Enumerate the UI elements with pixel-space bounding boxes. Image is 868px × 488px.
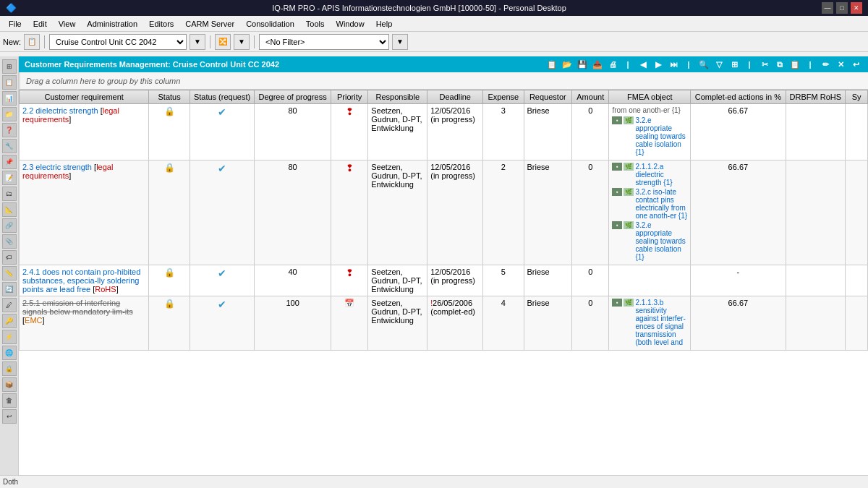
fmea-link[interactable]: 2.1.1.3.b sensitivity against interfer-e… bbox=[635, 299, 687, 346]
sidebar-icon-13[interactable]: 🏷 bbox=[2, 250, 17, 265]
sidebar-icon-16[interactable]: 🖊 bbox=[2, 298, 17, 312]
sidebar-icon-2[interactable]: 📋 bbox=[2, 75, 17, 90]
hdr-undo-icon[interactable]: ↩ bbox=[849, 58, 862, 71]
hdr-forward-icon[interactable]: ▶ bbox=[652, 58, 665, 71]
hdr-open-icon[interactable]: 📂 bbox=[561, 58, 574, 71]
col-header-fmea[interactable]: FMEA object bbox=[609, 90, 691, 104]
hdr-delete-icon[interactable]: ✕ bbox=[834, 58, 847, 71]
minimize-button[interactable]: — bbox=[822, 2, 833, 14]
requestor-cell: Briese bbox=[524, 104, 572, 160]
hdr-copy-icon[interactable]: ⧉ bbox=[773, 58, 786, 71]
responsible-cell: Seetzen, Gudrun, D-PT, Entwicklung bbox=[368, 296, 427, 351]
hdr-new-icon[interactable]: 📋 bbox=[545, 58, 558, 71]
maximize-button[interactable]: □ bbox=[836, 2, 848, 14]
hdr-edit-icon[interactable]: ✏ bbox=[819, 58, 832, 71]
sidebar-icon-3[interactable]: 📊 bbox=[2, 91, 17, 106]
col-header-requestor[interactable]: Requestor bbox=[524, 90, 572, 104]
req-link[interactable]: 2.2 dielectric strength bbox=[22, 106, 98, 115]
close-button[interactable]: ✕ bbox=[851, 2, 862, 14]
sidebar-icon-18[interactable]: ⚡ bbox=[2, 330, 17, 344]
col-header-responsible[interactable]: Responsible bbox=[368, 90, 427, 104]
hdr-nav-icon[interactable]: ⏭ bbox=[667, 58, 680, 71]
req-cell[interactable]: 2.3 electric strength [legal requirement… bbox=[20, 160, 149, 265]
sidebar-icon-11[interactable]: 🔗 bbox=[2, 218, 17, 233]
sidebar-icon-15[interactable]: 🔄 bbox=[2, 282, 17, 296]
priority-cell: ❢ bbox=[331, 104, 368, 160]
sidebar-icon-19[interactable]: 🌐 bbox=[2, 346, 17, 360]
menu-item-carm server[interactable]: CARM Server bbox=[179, 18, 240, 30]
req-tag[interactable]: RoHS bbox=[95, 285, 116, 294]
sidebar-icon-7[interactable]: 📌 bbox=[2, 155, 17, 169]
hdr-paste-icon[interactable]: 📋 bbox=[788, 58, 801, 71]
sidebar-icon-1[interactable]: ⊞ bbox=[2, 59, 17, 74]
completed-cell: 66.67 bbox=[691, 296, 786, 351]
menu-item-tools[interactable]: Tools bbox=[300, 18, 331, 30]
project-dropdown[interactable]: Cruise Control Unit CC 2042 bbox=[49, 34, 187, 50]
menu-item-administration[interactable]: Administration bbox=[81, 18, 143, 30]
col-header-deadline[interactable]: Deadline bbox=[427, 90, 483, 104]
hdr-back-icon[interactable]: ◀ bbox=[637, 58, 650, 71]
col-header-req[interactable]: Customer requirement bbox=[20, 90, 149, 104]
responsible-cell: Seetzen, Gudrun, D-PT, Entwicklung bbox=[368, 104, 427, 160]
col-header-status[interactable]: Status bbox=[149, 90, 190, 104]
sidebar-icon-9[interactable]: 🗂 bbox=[2, 187, 17, 201]
sidebar-icon-12[interactable]: 📎 bbox=[2, 234, 17, 249]
amount-cell: 0 bbox=[572, 104, 609, 160]
sidebar-icon-5[interactable]: ❓ bbox=[2, 123, 17, 137]
fmea-link[interactable]: 2.1.1.2.a dielectric strength {1} bbox=[635, 163, 687, 187]
col-header-priority[interactable]: Priority bbox=[331, 90, 368, 104]
req-cell[interactable]: 2.5.1 emission of interfering signals be… bbox=[20, 296, 149, 351]
menu-item-help[interactable]: Help bbox=[370, 18, 399, 30]
hdr-cut-icon[interactable]: ✂ bbox=[758, 58, 771, 71]
sidebar-icon-21[interactable]: 📦 bbox=[2, 377, 17, 392]
sidebar-icon-6[interactable]: 🔧 bbox=[2, 139, 17, 153]
req-link-strike[interactable]: 2.5.1 emission of interfering signals be… bbox=[22, 299, 133, 316]
sidebar-icon-10[interactable]: 📐 bbox=[2, 202, 17, 217]
filter-dropdown-btn[interactable]: ▼ bbox=[392, 34, 408, 50]
hdr-save-icon[interactable]: 💾 bbox=[576, 58, 589, 71]
fmea-link[interactable]: 3.2.e appropriate sealing towards cable … bbox=[635, 116, 687, 156]
menu-item-edit[interactable]: Edit bbox=[27, 18, 53, 30]
hdr-filter-icon[interactable]: ▽ bbox=[712, 58, 726, 71]
status-cell: 🔒 bbox=[149, 296, 190, 351]
hdr-search-icon[interactable]: 🔍 bbox=[697, 58, 710, 71]
sidebar-icon-22[interactable]: 🗑 bbox=[2, 393, 17, 408]
sidebar-icon-17[interactable]: 🔑 bbox=[2, 314, 17, 328]
menu-item-file[interactable]: File bbox=[3, 18, 27, 30]
menu-item-consolidation[interactable]: Consolidation bbox=[240, 18, 300, 30]
sidebar-icon-14[interactable]: 📏 bbox=[2, 266, 17, 281]
col-header-statusreq[interactable]: Status (request) bbox=[190, 90, 254, 104]
req-cell[interactable]: 2.2 dielectric strength [legal requireme… bbox=[20, 104, 149, 160]
fmea-link[interactable]: 3.2.c iso-late contact pins electrically… bbox=[635, 188, 687, 220]
fmea-link[interactable]: 3.2.e appropriate sealing towards cable … bbox=[635, 221, 687, 261]
table-container[interactable]: Customer requirement Status Status (requ… bbox=[19, 90, 868, 488]
nav-btn2[interactable]: ▼ bbox=[234, 34, 250, 50]
hdr-grid-icon[interactable]: ⊞ bbox=[728, 58, 741, 71]
col-header-drbfm[interactable]: DRBFM RoHS bbox=[786, 90, 846, 104]
col-header-amount[interactable]: Amount bbox=[572, 90, 609, 104]
fmea-item-2: ▪ 🌿 3.2.c iso-late contact pins electric… bbox=[612, 188, 687, 220]
hdr-export-icon[interactable]: 📤 bbox=[591, 58, 604, 71]
new-button[interactable]: 📋 bbox=[24, 34, 40, 50]
group-drag-area: Drag a column here to group by this colu… bbox=[19, 72, 868, 90]
project-dropdown-btn[interactable]: ▼ bbox=[190, 34, 205, 50]
filter-dropdown[interactable]: <No Filter> bbox=[259, 34, 389, 50]
col-header-expense[interactable]: Expense bbox=[483, 90, 524, 104]
menu-item-editors[interactable]: Editors bbox=[143, 18, 179, 30]
hdr-print-icon[interactable]: 🖨 bbox=[606, 58, 619, 71]
col-header-degree[interactable]: Degree of progress bbox=[255, 90, 331, 104]
menu-item-window[interactable]: Window bbox=[331, 18, 370, 30]
req-link[interactable]: 2.4.1 does not contain pro-hibited subst… bbox=[22, 267, 140, 294]
sidebar-icon-20[interactable]: 🔒 bbox=[2, 361, 17, 376]
sidebar-icon-23[interactable]: ↩ bbox=[2, 409, 17, 424]
req-link[interactable]: 2.3 electric strength bbox=[22, 163, 92, 171]
col-header-completed[interactable]: Complet-ed actions in % bbox=[691, 90, 786, 104]
req-tag[interactable]: EMC bbox=[25, 316, 42, 325]
col-header-sy[interactable]: Sy bbox=[846, 90, 868, 104]
req-cell[interactable]: 2.4.1 does not contain pro-hibited subst… bbox=[20, 265, 149, 296]
sidebar-icon-8[interactable]: 📝 bbox=[2, 171, 17, 185]
nav-btn1[interactable]: 🔀 bbox=[215, 34, 231, 50]
menu-item-view[interactable]: View bbox=[53, 18, 82, 30]
fmea-box-icon: ▪ bbox=[612, 188, 622, 196]
sidebar-icon-4[interactable]: 📁 bbox=[2, 107, 17, 121]
